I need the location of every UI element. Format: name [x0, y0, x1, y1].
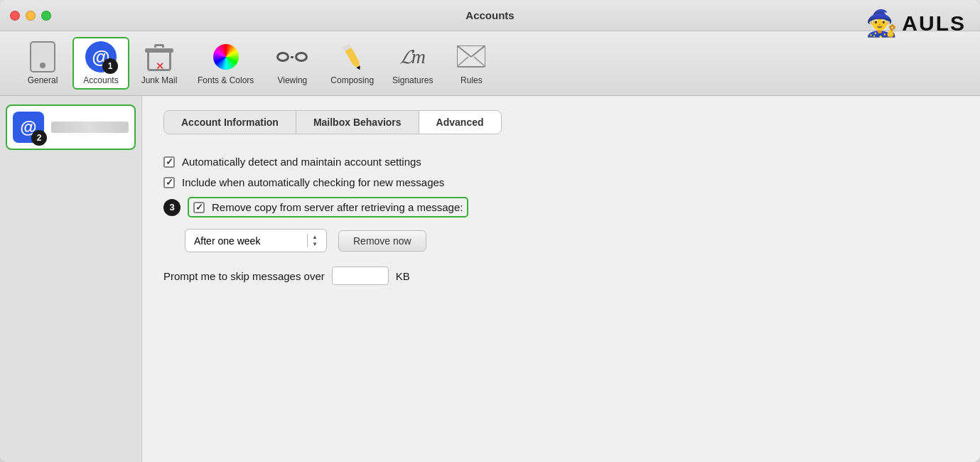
maximize-button[interactable] — [41, 11, 51, 21]
window-title: Accounts — [465, 9, 514, 21]
signature-icon: 𝓛m — [397, 41, 429, 72]
toolbar-item-general[interactable]: General — [14, 37, 71, 90]
toolbar-label-fonts-colors: Fonts & Colors — [198, 75, 254, 85]
setting-row-auto-detect: Automatically detect and maintain accoun… — [163, 156, 959, 168]
toolbar-label-general: General — [28, 75, 58, 85]
skip-messages-label: Prompt me to skip messages over — [163, 270, 325, 282]
title-bar: Accounts 🧙 AULS — [0, 0, 980, 31]
remove-copy-badge: 3 — [163, 199, 181, 216]
remove-after-dropdown[interactable]: After one week ▲ ▼ — [185, 229, 327, 252]
tab-mailbox-behaviors[interactable]: Mailbox Behaviors — [296, 111, 419, 134]
colors-icon — [210, 41, 242, 72]
window-controls — [10, 11, 51, 21]
toolbar: General @ 1 Accounts ✕ Junk Mail — [0, 31, 980, 96]
toolbar-item-viewing[interactable]: Viewing — [264, 37, 321, 90]
toolbar-label-signatures: Signatures — [392, 75, 433, 85]
sub-controls: After one week ▲ ▼ Remove now — [185, 229, 959, 252]
toolbar-label-viewing: Viewing — [277, 75, 307, 85]
window: Accounts 🧙 AULS General @ 1 Accounts — [0, 0, 980, 462]
tab-account-information[interactable]: Account Information — [164, 111, 296, 134]
setting-row-remove-copy: 3 Remove copy from server after retrievi… — [163, 197, 959, 217]
toolbar-label-composing: Composing — [330, 75, 374, 85]
stepper-down-arrow: ▼ — [312, 241, 318, 248]
sidebar-account-item[interactable]: @ 2 — [6, 104, 136, 150]
sidebar-account-icon-wrap: @ 2 — [13, 112, 44, 143]
include-checking-checkbox[interactable] — [163, 177, 175, 188]
toolbar-item-rules[interactable]: Rules — [443, 37, 500, 90]
toolbar-label-rules: Rules — [461, 75, 483, 85]
device-icon — [27, 41, 58, 72]
close-button[interactable] — [10, 11, 20, 21]
accounts-badge: 1 — [102, 58, 118, 74]
toolbar-label-accounts: Accounts — [83, 75, 118, 85]
tab-bar: Account Information Mailbox Behaviors Ad… — [163, 110, 502, 134]
remove-now-button[interactable]: Remove now — [338, 230, 426, 252]
watermark-text: AULS — [902, 11, 966, 36]
skip-messages-row: Prompt me to skip messages over KB — [163, 267, 959, 285]
toolbar-item-fonts-colors[interactable]: Fonts & Colors — [189, 37, 262, 90]
tab-advanced[interactable]: Advanced — [419, 111, 501, 134]
sidebar-account-name — [51, 122, 129, 133]
minimize-button[interactable] — [26, 11, 36, 21]
stepper-arrows: ▲ ▼ — [307, 234, 318, 247]
skip-messages-unit: KB — [396, 270, 410, 282]
glasses-icon — [276, 41, 308, 72]
toolbar-item-accounts[interactable]: @ 1 Accounts — [72, 37, 129, 90]
remove-copy-highlighted-row: Remove copy from server after retrieving… — [188, 197, 468, 217]
stepper-up-arrow: ▲ — [312, 234, 318, 241]
sidebar: @ 2 — [0, 96, 142, 462]
detail-pane: Account Information Mailbox Behaviors Ad… — [142, 96, 980, 462]
settings-section: Automatically detect and maintain accoun… — [163, 156, 959, 285]
watermark-icon: 🧙 — [866, 9, 898, 38]
at-icon: @ 1 — [85, 41, 117, 72]
toolbar-label-junk-mail: Junk Mail — [141, 75, 178, 85]
junk-icon: ✕ — [144, 41, 175, 72]
setting-row-include-checking: Include when automatically checking for … — [163, 176, 959, 188]
skip-messages-input[interactable] — [332, 267, 389, 285]
sidebar-badge: 2 — [31, 130, 47, 146]
pencil-icon — [337, 41, 368, 72]
toolbar-item-composing[interactable]: Composing — [322, 37, 382, 90]
auto-detect-label: Automatically detect and maintain accoun… — [182, 156, 421, 168]
remove-copy-checkbox[interactable] — [193, 202, 205, 213]
remove-copy-label: Remove copy from server after retrieving… — [212, 201, 463, 213]
include-checking-label: Include when automatically checking for … — [182, 176, 444, 188]
main-content: @ 2 Account Information Mailbox Behavior… — [0, 96, 980, 462]
toolbar-item-junk-mail[interactable]: ✕ Junk Mail — [131, 37, 188, 90]
auto-detect-checkbox[interactable] — [163, 156, 175, 168]
envelope-icon — [456, 41, 487, 72]
watermark: 🧙 AULS — [866, 9, 966, 38]
remove-after-value: After one week — [194, 235, 301, 247]
toolbar-item-signatures[interactable]: 𝓛m Signatures — [384, 37, 441, 90]
